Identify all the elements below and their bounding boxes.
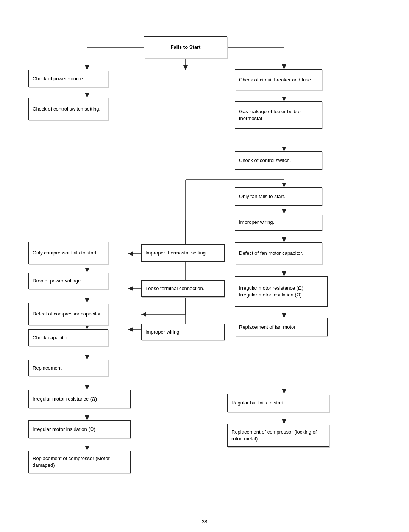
only-compressor-fails-box: Only compressor fails to start. xyxy=(28,242,108,264)
drop-power-voltage-box: Drop of power voltage. xyxy=(28,273,108,289)
svg-marker-34 xyxy=(128,286,133,291)
svg-marker-43 xyxy=(85,268,89,273)
svg-marker-4 xyxy=(85,65,89,70)
svg-marker-47 xyxy=(85,325,89,329)
check-control-switch-setting-box: Check of control switch setting. xyxy=(28,98,108,120)
replacement-fan-motor-box: Replacement of fan motor xyxy=(235,318,328,336)
page-number: —28— xyxy=(0,515,409,532)
replacement-compressor-motor-box: Replacement of compressor (Motor damaged… xyxy=(28,451,131,473)
improper-wiring-right-box: Improper wiring. xyxy=(235,214,322,231)
check-circuit-breaker-box: Check of circuit breaker and fuse. xyxy=(235,69,322,90)
improper-wiring-mid-box: Improper wiring xyxy=(141,324,225,340)
only-fan-fails-box: Only fan fails to start. xyxy=(235,187,322,206)
svg-marker-22 xyxy=(282,209,286,214)
svg-marker-55 xyxy=(85,446,89,451)
irregular-motor-right-box: Irregular motor resistance (Ω). Irregula… xyxy=(235,276,328,307)
svg-marker-51 xyxy=(85,385,89,390)
svg-marker-30 xyxy=(128,251,133,256)
check-power-box: Check of power source. xyxy=(28,70,108,87)
svg-marker-7 xyxy=(282,64,286,69)
svg-marker-1 xyxy=(183,65,188,70)
svg-marker-24 xyxy=(282,237,286,242)
svg-marker-57 xyxy=(282,389,286,394)
svg-marker-13 xyxy=(282,147,286,151)
svg-marker-20 xyxy=(128,327,133,332)
check-capacitor-box: Check capacitor. xyxy=(28,329,108,346)
flowchart: Fails to Start Check of power source. Ch… xyxy=(0,0,409,515)
defect-fan-capacitor-box: Defect of fan motor capacitor. xyxy=(235,242,322,264)
svg-marker-11 xyxy=(282,97,286,101)
irregular-motor-resistance-bottom-box: Irregular motor resistance (Ω) xyxy=(28,390,131,408)
svg-marker-53 xyxy=(85,415,89,420)
loose-terminal-box: Loose terminal connection. xyxy=(141,280,225,297)
improper-thermostat-box: Improper thermostat setting xyxy=(141,244,225,262)
svg-marker-28 xyxy=(282,313,286,318)
fails-to-start-box: Fails to Start xyxy=(144,36,227,58)
defect-compressor-cap-box: Defect of compressor capacitor. xyxy=(28,303,108,325)
svg-marker-37 xyxy=(141,312,146,317)
check-control-switch-box: Check of control switch. xyxy=(235,151,322,170)
irregular-motor-insulation-bottom-box: Irregular motor insulation (Ω) xyxy=(28,420,131,438)
page: Fails to Start Check of power source. Ch… xyxy=(0,0,409,532)
svg-marker-9 xyxy=(85,93,89,98)
replacement-compressor-rotor-box: Replacement of compressor (locking of ro… xyxy=(227,424,329,447)
svg-marker-17 xyxy=(282,183,286,187)
gas-leakage-box: Gas leakage of feeler bulb of thermostat xyxy=(235,101,322,129)
svg-marker-49 xyxy=(85,355,89,360)
replacement-box: Replacement. xyxy=(28,360,108,376)
svg-marker-26 xyxy=(282,271,286,276)
svg-marker-45 xyxy=(85,298,89,303)
regular-fails-box: Regular but fails to start xyxy=(227,394,329,412)
svg-marker-59 xyxy=(282,419,286,424)
